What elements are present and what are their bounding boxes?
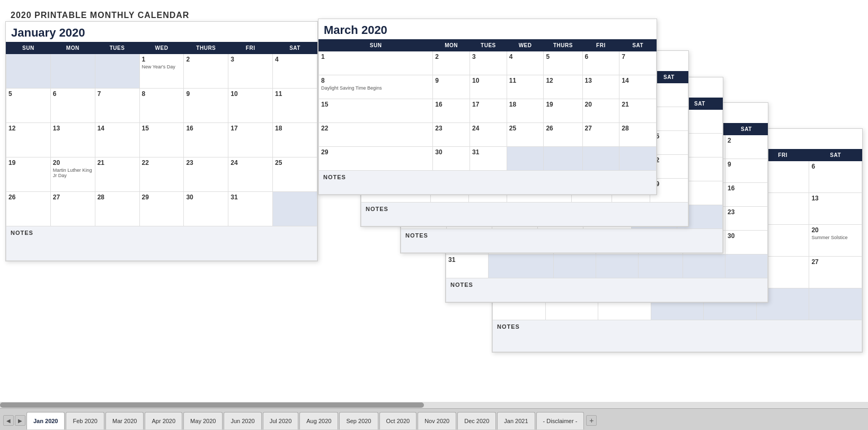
header: MON [433, 40, 470, 51]
table-cell [809, 288, 862, 320]
table-cell: 9 [433, 75, 470, 99]
table-cell: 6 [582, 51, 619, 75]
tab-disclaimer[interactable]: - Disclaimer - [536, 412, 584, 429]
table-cell: 14 [95, 123, 139, 157]
january-title: January 2020 [6, 22, 317, 42]
table-cell: 19 [6, 157, 51, 192]
table-cell: 23 [184, 157, 228, 192]
notes-label: NOTES [319, 171, 657, 195]
table-cell: 18 [507, 99, 544, 123]
notes-row: NOTES [6, 226, 317, 261]
table-cell: 30 [725, 231, 767, 255]
jan-thurs-header: THURS [184, 42, 228, 54]
header: SAT [809, 150, 862, 161]
table-cell: 17 [470, 99, 507, 123]
table-cell: 27 [50, 192, 95, 226]
tab-feb-2020[interactable]: Feb 2020 [66, 412, 104, 429]
tab-oct-2020[interactable]: Oct 2020 [379, 412, 417, 429]
table-cell: 14 [619, 75, 657, 99]
header: SAT [619, 40, 657, 51]
table-cell: 26 [544, 123, 582, 147]
scroll-bar[interactable] [0, 402, 868, 408]
tab-mar-2020[interactable]: Mar 2020 [105, 412, 144, 429]
table-cell [488, 255, 553, 278]
table-cell: 31 [446, 255, 489, 278]
table-row: 26 27 28 29 30 31 [6, 192, 317, 226]
table-cell: 9 [184, 89, 228, 123]
table-cell: 24 [228, 157, 273, 192]
jan-mon-header: MON [50, 42, 95, 54]
table-cell [725, 255, 767, 278]
table-cell [50, 54, 95, 89]
january-table: SUN MON TUES WED THURS FRI SAT 1New Year… [6, 42, 317, 261]
table-cell: 23 [433, 123, 470, 147]
table-row: 15 16 17 18 19 20 21 [319, 99, 657, 123]
tab-add-button[interactable]: + [586, 415, 597, 426]
table-cell [6, 54, 51, 89]
header: THURS [544, 40, 582, 51]
table-cell: 29 [319, 147, 433, 171]
table-cell [596, 255, 639, 278]
table-cell: 28 [619, 123, 657, 147]
tab-dec-2020[interactable]: Dec 2020 [457, 412, 496, 429]
table-row: 19 20Martin Luther King Jr Day 21 22 23 … [6, 157, 317, 192]
table-cell: 9 [725, 159, 767, 183]
table-cell: 16 [725, 183, 767, 207]
table-cell: 25 [273, 157, 317, 192]
header: SAT [725, 124, 767, 135]
table-cell: 11 [273, 89, 317, 123]
table-row: 22 23 24 25 26 27 28 [319, 123, 657, 147]
header: WED [507, 40, 544, 51]
notes-label: NOTES [361, 203, 688, 226]
table-row: 12 13 14 15 16 17 18 [6, 123, 317, 157]
table-cell: 25 [507, 123, 544, 147]
jan-sat-header: SAT [273, 42, 317, 54]
table-cell: 8 [139, 89, 184, 123]
scroll-thumb[interactable] [0, 402, 424, 408]
tab-jul-2020[interactable]: Jul 2020 [263, 412, 299, 429]
march-title: March 2020 [318, 19, 657, 39]
table-cell [582, 147, 619, 171]
table-cell: 5 [544, 51, 582, 75]
table-cell: 20Martin Luther King Jr Day [50, 157, 95, 192]
table-cell: 1 [319, 51, 433, 75]
table-row: 29 30 31 [319, 147, 657, 171]
tab-may-2020[interactable]: May 2020 [183, 412, 223, 429]
table-cell: 1New Year's Day [139, 54, 184, 89]
tab-jan-2020[interactable]: Jan 2020 [26, 412, 65, 429]
january-calendar: January 2020 SUN MON TUES WED THURS FRI … [5, 21, 318, 261]
header: FRI [582, 40, 619, 51]
table-cell: 10 [228, 89, 273, 123]
tab-apr-2020[interactable]: Apr 2020 [145, 412, 182, 429]
table-cell: 7 [619, 51, 657, 75]
table-cell [619, 147, 657, 171]
table-cell: 24 [470, 123, 507, 147]
table-cell: 31 [228, 192, 273, 226]
tab-jun-2020[interactable]: Jun 2020 [224, 412, 261, 429]
table-cell: 26 [6, 192, 51, 226]
table-cell: 19 [544, 99, 582, 123]
table-cell [273, 192, 317, 226]
table-cell: 28 [95, 192, 139, 226]
table-cell: 27 [809, 257, 862, 288]
table-cell: 18 [273, 123, 317, 157]
tab-sep-2020[interactable]: Sep 2020 [339, 412, 378, 429]
table-cell: 31 [470, 147, 507, 171]
notes-label: NOTES [493, 320, 862, 352]
notes-label: NOTES [6, 226, 317, 261]
notes-row: NOTES [493, 320, 862, 352]
table-cell: 30 [184, 192, 228, 226]
tab-bar: ◀ ▶ Jan 2020 Feb 2020 Mar 2020 Apr 2020 … [0, 408, 868, 430]
tab-scroll-left[interactable]: ◀ [3, 415, 14, 426]
tab-scroll-right[interactable]: ▶ [15, 415, 25, 426]
tab-nov-2020[interactable]: Nov 2020 [418, 412, 456, 429]
table-row: 1 2 3 4 5 6 7 [319, 51, 657, 75]
march-calendar: March 2020 SUN MON TUES WED THURS FRI SA… [318, 19, 657, 195]
table-cell: 3 [470, 51, 507, 75]
table-cell: 21 [95, 157, 139, 192]
table-cell: 23 [725, 207, 767, 231]
table-cell: 12 [544, 75, 582, 99]
tab-aug-2020[interactable]: Aug 2020 [299, 412, 338, 429]
table-cell: 22 [319, 123, 433, 147]
tab-jan-2021[interactable]: Jan 2021 [497, 412, 535, 429]
